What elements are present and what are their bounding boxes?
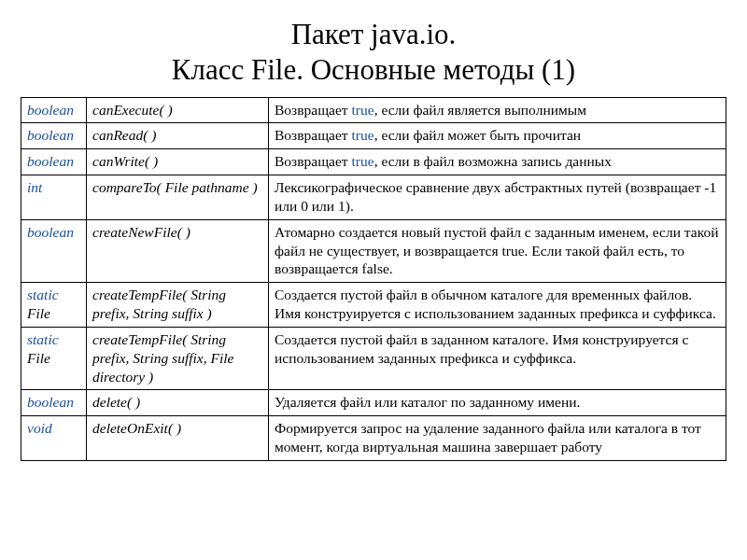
description-cell: Возвращает true, если файл является выпо… — [269, 97, 726, 123]
table-row: booleancanExecute( )Возвращает true, есл… — [21, 97, 726, 123]
table-row: static FilecreateTempFile( String prefix… — [21, 283, 726, 328]
return-type-keyword: int — [27, 179, 42, 195]
return-type-cell: boolean — [21, 123, 87, 149]
methods-tbody: booleancanExecute( )Возвращает true, есл… — [21, 97, 726, 460]
return-type-cell: boolean — [21, 390, 87, 416]
description-cell: Удаляется файл или каталог по заданному … — [269, 390, 726, 416]
description-text: , если файл является выполнимым — [374, 102, 586, 118]
slide: Пакет java.io. Класс File. Основные мето… — [0, 0, 747, 470]
description-text: Удаляется файл или каталог по заданному … — [275, 394, 580, 410]
table-row: booleancanRead( )Возвращает true, если ф… — [21, 123, 726, 149]
description-cell: Формируется запрос на удаление заданного… — [269, 416, 726, 461]
table-row: static FilecreateTempFile( String prefix… — [21, 327, 726, 389]
return-type-keyword: static — [27, 287, 59, 302]
return-type-keyword: static — [27, 331, 59, 347]
description-text: Лексикографическое сравнение двух абстра… — [275, 179, 716, 214]
signature-cell: createTempFile( String prefix, String su… — [87, 327, 269, 389]
table-row: voiddeleteOnExit( )Формируется запрос на… — [21, 416, 726, 461]
description-text: Создается пустой файл в заданном каталог… — [275, 331, 688, 366]
table-row: intcompareTo( File pathname )Лексикограф… — [21, 175, 726, 220]
true-keyword: true — [352, 127, 374, 143]
slide-title: Пакет java.io. Класс File. Основные мето… — [21, 17, 726, 88]
description-cell: Создается пустой файл в заданном каталог… — [269, 327, 726, 389]
description-text: Возвращает — [275, 127, 352, 143]
signature-cell: compareTo( File pathname ) — [87, 175, 269, 220]
signature-cell: createTempFile( String prefix, String su… — [87, 283, 269, 328]
true-keyword: true — [352, 102, 374, 118]
description-text: Атомарно создается новый пустой файл с з… — [275, 224, 718, 277]
description-text: Создается пустой файл в обычном каталоге… — [275, 287, 716, 321]
return-type-cell: static File — [21, 327, 87, 389]
return-type-keyword: boolean — [27, 127, 74, 143]
return-type-keyword: boolean — [27, 153, 74, 169]
description-text: , если файл может быть прочитан — [374, 127, 581, 143]
return-type-keyword: boolean — [27, 394, 74, 410]
return-type-cell: boolean — [21, 149, 87, 175]
description-text: Формируется запрос на удаление заданного… — [275, 420, 701, 455]
description-text: , если в файл возможна запись данных — [374, 153, 612, 169]
return-type-rest: File — [27, 305, 50, 321]
table-row: booleancanWrite( )Возвращает true, если … — [21, 149, 726, 175]
description-cell: Атомарно создается новый пустой файл с з… — [269, 219, 726, 282]
return-type-keyword: boolean — [27, 224, 74, 240]
signature-cell: canExecute( ) — [87, 97, 269, 123]
methods-table: booleancanExecute( )Возвращает true, есл… — [21, 97, 726, 461]
return-type-keyword: boolean — [27, 102, 74, 118]
true-keyword: true — [352, 153, 374, 169]
description-cell: Создается пустой файл в обычном каталоге… — [269, 283, 726, 328]
title-line-2: Класс File. Основные методы (1) — [172, 53, 575, 86]
return-type-cell: boolean — [21, 97, 87, 123]
description-cell: Лексикографическое сравнение двух абстра… — [269, 175, 726, 220]
description-text: Возвращает — [275, 153, 352, 169]
return-type-cell: void — [21, 416, 87, 461]
return-type-rest: File — [27, 350, 50, 366]
signature-cell: deleteOnExit( ) — [87, 416, 269, 461]
signature-cell: canWrite( ) — [87, 149, 269, 175]
description-cell: Возвращает true, если в файл возможна за… — [269, 149, 726, 175]
signature-cell: canRead( ) — [87, 123, 269, 149]
signature-cell: createNewFile( ) — [87, 219, 269, 282]
signature-cell: delete( ) — [87, 390, 269, 416]
description-text: Возвращает — [275, 102, 352, 118]
return-type-cell: static File — [21, 283, 87, 328]
return-type-cell: boolean — [21, 219, 87, 282]
return-type-cell: int — [21, 175, 87, 220]
title-line-1: Пакет java.io. — [291, 18, 457, 50]
table-row: booleancreateNewFile( )Атомарно создаетс… — [21, 219, 726, 282]
return-type-keyword: void — [27, 420, 52, 436]
table-row: booleandelete( )Удаляется файл или катал… — [21, 390, 726, 416]
description-cell: Возвращает true, если файл может быть пр… — [269, 123, 726, 149]
